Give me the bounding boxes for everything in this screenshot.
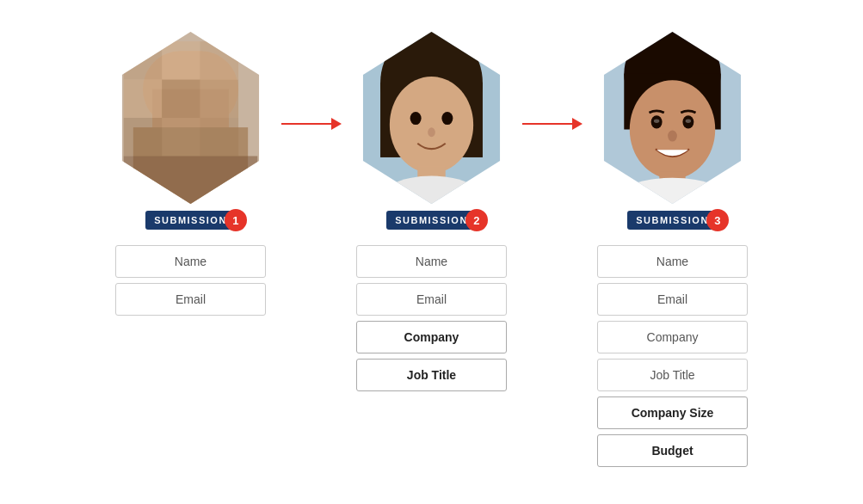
svg-point-30 bbox=[654, 120, 659, 123]
submission-badge-3: SUBMISSION 3 bbox=[627, 211, 718, 230]
submission-badge-2: SUBMISSION 2 bbox=[386, 211, 477, 230]
avatar-3 bbox=[593, 32, 752, 204]
field-name-1: Name bbox=[115, 245, 266, 278]
arrow-icon-1 bbox=[281, 118, 342, 130]
field-budget-3: Budget bbox=[597, 434, 748, 467]
field-name-2: Name bbox=[356, 245, 507, 278]
field-email-2: Email bbox=[356, 283, 507, 316]
svg-point-23 bbox=[376, 176, 488, 204]
field-jobtitle-2: Job Title bbox=[356, 359, 507, 391]
arrow-line-2 bbox=[522, 123, 572, 125]
arrow-icon-2 bbox=[522, 118, 583, 130]
field-name-3: Name bbox=[597, 245, 748, 278]
svg-point-21 bbox=[428, 127, 435, 137]
svg-rect-10 bbox=[200, 80, 238, 118]
badge-num-3: 3 bbox=[706, 209, 729, 231]
badge-num-2: 2 bbox=[465, 209, 488, 231]
arrow-line-1 bbox=[281, 123, 331, 125]
main-container: SUBMISSION 1 Name Email bbox=[0, 15, 863, 489]
svg-rect-12 bbox=[162, 118, 200, 156]
submission-label-3: SUBMISSION bbox=[636, 215, 709, 225]
svg-point-18 bbox=[390, 77, 473, 173]
field-company-2: Company bbox=[356, 321, 507, 353]
svg-rect-8 bbox=[124, 80, 162, 118]
arrow-2-3 bbox=[518, 32, 587, 130]
svg-rect-7 bbox=[200, 41, 238, 79]
submission-col-2: SUBMISSION 2 Name Email Company Job Titl… bbox=[346, 32, 518, 396]
field-email-3: Email bbox=[597, 283, 748, 316]
svg-point-31 bbox=[686, 120, 691, 123]
field-company-3: Company bbox=[597, 321, 748, 353]
arrow-head-2 bbox=[572, 118, 583, 130]
submission-label-2: SUBMISSION bbox=[395, 215, 468, 225]
badge-num-1: 1 bbox=[225, 209, 247, 231]
avatar-2 bbox=[352, 32, 511, 204]
arrow-head-1 bbox=[331, 118, 342, 130]
submission-label-1: SUBMISSION bbox=[154, 215, 227, 225]
field-companysize-3: Company Size bbox=[597, 396, 748, 429]
arrow-1-2 bbox=[277, 32, 346, 130]
svg-rect-5 bbox=[124, 41, 162, 79]
field-jobtitle-3: Job Title bbox=[597, 359, 748, 391]
submission-col-3: SUBMISSION 3 Name Email Company Job Titl… bbox=[587, 32, 759, 472]
field-email-1: Email bbox=[115, 283, 266, 316]
svg-point-32 bbox=[668, 131, 677, 142]
svg-point-19 bbox=[410, 112, 422, 125]
svg-rect-14 bbox=[124, 156, 258, 204]
svg-point-34 bbox=[612, 178, 733, 204]
svg-rect-6 bbox=[162, 41, 200, 79]
svg-point-20 bbox=[441, 112, 453, 125]
submission-col-1: SUBMISSION 1 Name Email bbox=[105, 32, 277, 321]
submission-badge-1: SUBMISSION 1 bbox=[145, 211, 236, 230]
avatar-1 bbox=[111, 32, 270, 204]
svg-rect-9 bbox=[162, 80, 200, 118]
svg-rect-11 bbox=[124, 118, 162, 156]
svg-point-27 bbox=[630, 80, 715, 179]
svg-rect-13 bbox=[200, 118, 238, 156]
